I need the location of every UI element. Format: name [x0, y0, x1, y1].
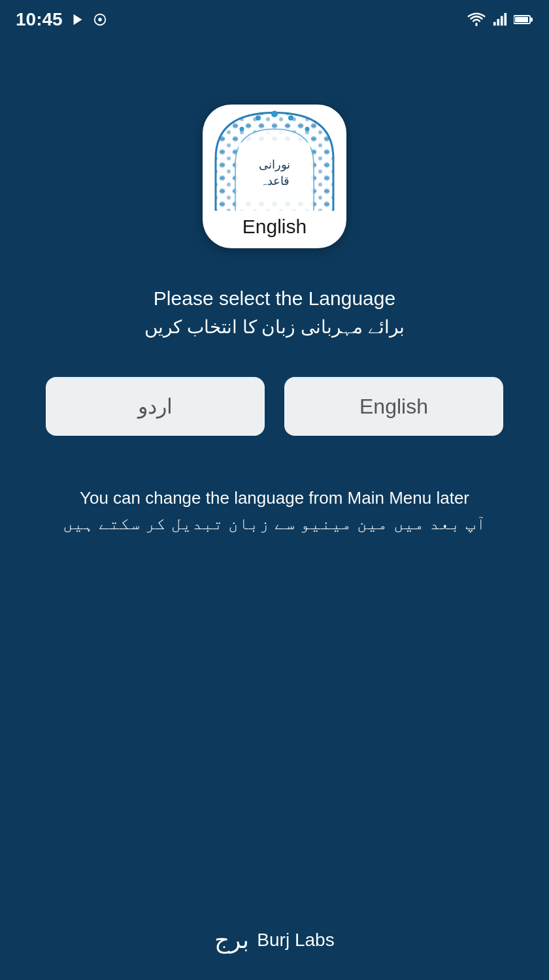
app-icon-label: English [242, 216, 307, 248]
target-icon [93, 12, 107, 27]
select-language-title-english: Please select the Language [154, 287, 395, 310]
language-buttons: اردو English [46, 377, 503, 436]
svg-point-20 [305, 127, 310, 131]
svg-point-19 [240, 127, 244, 131]
info-text-urdu: آپ بعد میں مین مینیو سے زبان تبدیل کر سک… [63, 514, 486, 534]
arch-decoration-svg: نورانی قاعدہ [203, 105, 346, 216]
svg-text:قاعدہ: قاعدہ [260, 174, 290, 188]
status-icons [467, 12, 533, 27]
svg-rect-15 [239, 142, 310, 201]
info-text-english: You can change the language from Main Me… [80, 488, 469, 508]
app-icon-container: نورانی قاعدہ English [203, 105, 346, 248]
svg-rect-9 [515, 17, 528, 22]
svg-point-16 [271, 111, 278, 118]
urdu-language-button[interactable]: اردو [46, 377, 265, 436]
svg-rect-6 [504, 13, 507, 25]
main-content: نورانی قاعدہ English Please select the L… [0, 39, 549, 980]
svg-point-2 [98, 18, 102, 22]
burj-logo-arabic: برج [214, 926, 249, 954]
wifi-icon [467, 12, 486, 27]
svg-rect-8 [530, 18, 533, 22]
status-bar: 10:45 [0, 0, 549, 39]
svg-point-17 [256, 116, 261, 121]
play-icon [71, 12, 85, 27]
select-language-title-urdu: برائے مہربانی زبان کا انتخاب کریں [144, 316, 405, 338]
svg-rect-3 [493, 22, 496, 25]
footer: برج Burj Labs [214, 926, 334, 954]
status-time: 10:45 [16, 9, 63, 30]
english-language-button[interactable]: English [284, 377, 503, 436]
svg-point-18 [288, 116, 293, 121]
svg-marker-0 [73, 14, 82, 25]
svg-rect-5 [501, 16, 503, 26]
battery-icon [514, 13, 533, 26]
signal-icon [493, 12, 507, 27]
burj-labs-label: Burj Labs [257, 930, 334, 951]
svg-rect-4 [497, 19, 499, 25]
svg-text:نورانی: نورانی [259, 158, 290, 172]
